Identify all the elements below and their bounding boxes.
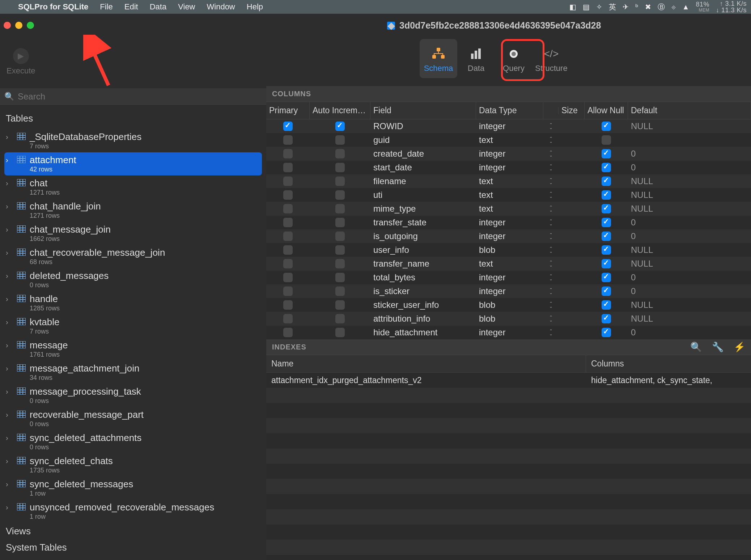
tab-query[interactable]: Query [495,39,533,78]
menu-help[interactable]: Help [247,2,263,12]
default-value[interactable]: 0 [628,147,751,161]
column-row[interactable]: mime_typetextNULL [266,202,751,216]
bolt-icon[interactable]: ⚡ [734,341,745,353]
status-icon[interactable]: ◧ [569,3,576,11]
checkbox[interactable] [283,135,293,145]
column-row[interactable]: created_dateinteger0 [266,147,751,161]
checkbox[interactable] [602,190,611,200]
sidebar-item-handle[interactable]: ›handle1285 rows [4,291,262,314]
type-dropdown[interactable] [543,229,559,243]
checkbox[interactable] [335,190,345,200]
sidebar-item-chat_message_join[interactable]: ›chat_message_join1662 rows [4,222,262,245]
checkbox[interactable] [335,259,345,268]
sidebar-item-sync_deleted_messages[interactable]: ›sync_deleted_messages1 row [4,476,262,500]
col-header-allownull[interactable]: Allow Null [585,102,628,119]
status-icon[interactable]: ⟐ [671,3,676,11]
tab-schema[interactable]: Schema [420,39,457,78]
idx-header-name[interactable]: Name [266,355,586,372]
column-row[interactable]: guidtext [266,133,751,147]
idx-header-columns[interactable]: Columns [586,355,751,372]
sidebar-item-deleted_messages[interactable]: ›deleted_messages0 rows [4,268,262,291]
menu-window[interactable]: Window [207,2,235,12]
sidebar-item-attachment[interactable]: ›attachment42 rows [4,152,262,175]
column-row[interactable]: sticker_user_infoblobNULL [266,298,751,312]
checkbox[interactable] [335,300,345,310]
sidebar-item-chat[interactable]: ›chat1271 rows [4,175,262,199]
checkbox[interactable] [335,273,345,282]
minimize-window-button[interactable] [15,22,22,29]
sidebar-item-chat_recoverable_message_join[interactable]: ›chat_recoverable_message_join68 rows [4,245,262,268]
type-dropdown[interactable] [543,202,559,216]
column-row[interactable]: transfer_stateinteger0 [266,216,751,229]
checkbox[interactable] [283,300,293,310]
sidebar-item-recoverable_message_part[interactable]: ›recoverable_message_part0 rows [4,407,262,430]
default-value[interactable]: 0 [628,161,751,174]
type-dropdown[interactable] [543,133,559,147]
checkbox[interactable] [283,328,293,337]
type-dropdown[interactable] [543,243,559,257]
default-value[interactable]: NULL [628,298,751,312]
size-cell[interactable] [559,133,585,147]
column-row[interactable]: is_stickerinteger0 [266,284,751,298]
checkbox[interactable] [335,218,345,227]
sidebar-item-_SqliteDatabaseProperties[interactable]: ›_SqliteDatabaseProperties7 rows [4,129,262,152]
checkbox[interactable] [602,232,611,241]
close-window-button[interactable] [4,22,11,29]
checkbox[interactable] [283,245,293,255]
checkbox[interactable] [283,149,293,158]
type-dropdown[interactable] [543,298,559,312]
col-header-size[interactable]: Size [559,102,585,119]
menu-file[interactable]: File [100,2,113,12]
checkbox[interactable] [602,218,611,227]
type-dropdown[interactable] [543,119,559,133]
sidebar-item-sqlite_master[interactable]: ›sqlite_master [4,558,262,560]
size-cell[interactable] [559,188,585,202]
column-row[interactable]: user_infoblobNULL [266,243,751,257]
sidebar[interactable]: Tables ›_SqliteDatabaseProperties7 rows›… [0,105,266,560]
checkbox[interactable] [602,177,611,186]
app-name[interactable]: SQLPro for SQLite [18,2,88,12]
checkbox[interactable] [602,259,611,268]
type-dropdown[interactable] [543,188,559,202]
status-input-icon[interactable]: 英 [609,2,616,12]
checkbox[interactable] [335,177,345,186]
checkbox[interactable] [335,135,345,145]
size-cell[interactable] [559,161,585,174]
size-cell[interactable] [559,174,585,188]
checkbox[interactable] [283,190,293,200]
type-dropdown[interactable] [543,174,559,188]
network-status[interactable]: ↑ 3.1 K/s ↓ 11.3 K/s [716,0,747,13]
size-cell[interactable] [559,119,585,133]
search-bar[interactable]: 🔍 [0,88,266,105]
checkbox[interactable] [283,287,293,296]
type-dropdown[interactable] [543,257,559,271]
default-value[interactable]: 0 [628,271,751,284]
checkbox[interactable] [602,204,611,213]
checkbox[interactable] [283,122,293,131]
sidebar-item-sync_deleted_attachments[interactable]: ›sync_deleted_attachments0 rows [4,430,262,453]
default-value[interactable]: NULL [628,202,751,216]
column-row[interactable]: filenametextNULL [266,174,751,188]
status-icon[interactable]: ✈ [623,3,629,11]
size-cell[interactable] [559,147,585,161]
tab-data[interactable]: Data [457,39,495,78]
checkbox[interactable] [283,314,293,323]
type-dropdown[interactable] [543,271,559,284]
checkbox[interactable] [283,218,293,227]
column-row[interactable]: utitextNULL [266,188,751,202]
type-dropdown[interactable] [543,216,559,229]
status-icon[interactable]: ✖ [645,3,651,11]
checkbox[interactable] [283,163,293,172]
default-value[interactable]: NULL [628,119,751,133]
default-value[interactable]: NULL [628,188,751,202]
checkbox[interactable] [335,122,345,131]
default-value[interactable] [628,133,751,147]
checkbox[interactable] [602,163,611,172]
wrench-icon[interactable]: 🔧 [712,341,724,353]
checkbox[interactable] [602,273,611,282]
checkbox[interactable] [335,204,345,213]
checkbox[interactable] [602,300,611,310]
checkbox[interactable] [335,328,345,337]
checkbox[interactable] [335,163,345,172]
default-value[interactable]: NULL [628,257,751,271]
